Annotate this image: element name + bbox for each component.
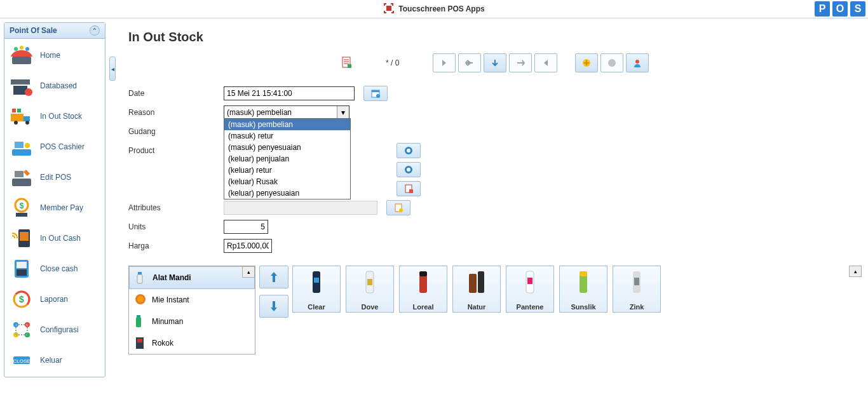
dropdown-arrow-icon: ▾ [337, 106, 349, 119]
product-card[interactable]: Loreal [399, 266, 447, 313]
exit-icon: CLOSE [8, 348, 35, 373]
reason-option[interactable]: (keluar) retur [224, 165, 350, 176]
product-scroll-up[interactable]: ▴ [849, 266, 862, 277]
sidebar-header[interactable]: Point Of Sale ⌃ [4, 23, 105, 39]
nav-last-button[interactable] [534, 53, 557, 72]
splitter[interactable]: ◂ [109, 18, 116, 399]
svg-rect-4 [11, 79, 30, 85]
reason-option[interactable]: (masuk) retur [224, 130, 350, 142]
product-image [363, 267, 376, 295]
reason-dropdown-list[interactable]: (masuk) pembelian (masuk) retur (masuk) … [224, 118, 351, 200]
svg-rect-24 [17, 262, 27, 268]
arrow-down-button[interactable] [259, 295, 288, 318]
svg-rect-20 [16, 213, 27, 217]
category-label: Mie Instant [152, 295, 189, 304]
category-item[interactable]: Minuman [129, 311, 255, 332]
svg-point-44 [376, 94, 380, 98]
nav-next-button[interactable] [509, 53, 532, 72]
attributes-button[interactable] [386, 200, 410, 215]
svg-rect-57 [136, 317, 141, 327]
drink-icon [134, 314, 147, 328]
svg-rect-43 [372, 90, 379, 92]
product-label: Loreal [412, 303, 433, 311]
svg-rect-25 [17, 269, 27, 276]
cashier-icon [8, 134, 35, 159]
svg-point-1 [14, 47, 18, 51]
top-bar: Toucschreen POS Apps P O S [0, 0, 868, 18]
sidebar-item-label: Databased [40, 81, 77, 90]
product-image [309, 267, 323, 295]
product-card[interactable]: Sunslik [559, 266, 607, 313]
sidebar-item-editpos[interactable]: Edit POS [4, 162, 105, 193]
splitter-handle[interactable]: ◂ [109, 57, 116, 81]
svg-point-56 [137, 296, 144, 302]
sidebar-item-home[interactable]: Home [4, 40, 105, 71]
pos-badge-p: P [815, 1, 830, 17]
reason-select[interactable]: (masuk) pembelian ▾ [224, 105, 349, 119]
category-scroll-up[interactable]: ▴ [242, 266, 255, 278]
product-label: Dove [362, 303, 379, 311]
category-item[interactable]: Mie Instant [129, 289, 255, 311]
sidebar-item-laporan[interactable]: $ Laporan [4, 284, 105, 314]
report-icon: $ [8, 287, 35, 312]
database-icon [8, 73, 35, 98]
add-button[interactable] [575, 53, 598, 72]
units-label: Units [128, 222, 224, 231]
cigarette-icon [134, 336, 147, 350]
sidebar-item-keluar[interactable]: CLOSE Keluar [4, 345, 105, 375]
product-card[interactable]: Pantene [506, 266, 554, 313]
reason-option[interactable]: (keluar) penjualan [224, 153, 350, 165]
category-item[interactable]: Alat Mandi [129, 266, 255, 289]
list-icon[interactable] [341, 57, 351, 70]
pos-badge-s: S [850, 1, 865, 17]
sidebar-item-inoutcash[interactable]: In Out Cash [4, 223, 105, 254]
reason-option[interactable]: (masuk) penyesuaian [224, 142, 350, 153]
svg-point-2 [20, 46, 24, 50]
product-card[interactable]: Natur [452, 266, 501, 313]
date-picker-button[interactable] [363, 86, 388, 101]
product-card[interactable]: Dove [346, 266, 394, 313]
arrow-up-button[interactable] [259, 266, 288, 288]
svg-point-46 [407, 149, 410, 152]
units-input[interactable] [224, 220, 268, 234]
truck-icon [8, 104, 35, 129]
reason-option[interactable]: (keluar) penyesuaian [224, 187, 350, 199]
svg-rect-67 [469, 274, 477, 293]
product-card[interactable]: Clear [292, 266, 341, 313]
reason-label: Reason [128, 108, 224, 117]
sidebar-item-inoutstock[interactable]: In Out Stock [4, 101, 105, 132]
reason-option[interactable]: (masuk) pembelian [224, 119, 350, 130]
scanner-icon [383, 3, 395, 16]
doc-button[interactable] [397, 181, 421, 196]
user-button[interactable] [626, 53, 649, 72]
pos-badge-o: O [832, 1, 848, 17]
nav-first-button[interactable] [433, 53, 456, 72]
svg-rect-12 [17, 109, 21, 112]
nav-prev-button[interactable] [458, 53, 481, 72]
sidebar-item-label: Home [40, 51, 60, 60]
product-search-button[interactable] [397, 143, 421, 158]
sidebar-item-label: Configurasi [40, 325, 79, 334]
date-label: Date [128, 89, 224, 98]
sidebar-item-closecash[interactable]: Close cash [4, 254, 105, 284]
svg-rect-72 [580, 271, 587, 276]
reason-selected-text: (masuk) pembelian [224, 108, 294, 117]
product-card[interactable]: Zink [613, 266, 661, 313]
date-input[interactable] [224, 86, 355, 100]
product-search2-button[interactable] [397, 162, 421, 177]
attributes-label: Attributes [128, 203, 224, 212]
svg-rect-0 [12, 57, 31, 64]
sidebar-item-poscashier[interactable]: POS Cashier [4, 132, 105, 162]
harga-input[interactable] [224, 239, 272, 253]
category-label: Alat Mandi [153, 273, 191, 282]
sidebar-item-memberpay[interactable]: $ Member Pay [4, 193, 105, 223]
nav-down-button[interactable] [484, 53, 506, 72]
sidebar-item-configurasi[interactable]: Configurasi [4, 314, 105, 345]
page-title: In Out Stock [128, 30, 862, 44]
settings-icon [8, 317, 35, 342]
sidebar-item-label: POS Cashier [40, 142, 85, 151]
reason-option[interactable]: (keluar) Rusak [224, 176, 350, 187]
svg-point-9 [14, 121, 18, 125]
category-item[interactable]: Rokok [129, 332, 255, 354]
sidebar-item-databased[interactable]: Databased [4, 71, 105, 101]
